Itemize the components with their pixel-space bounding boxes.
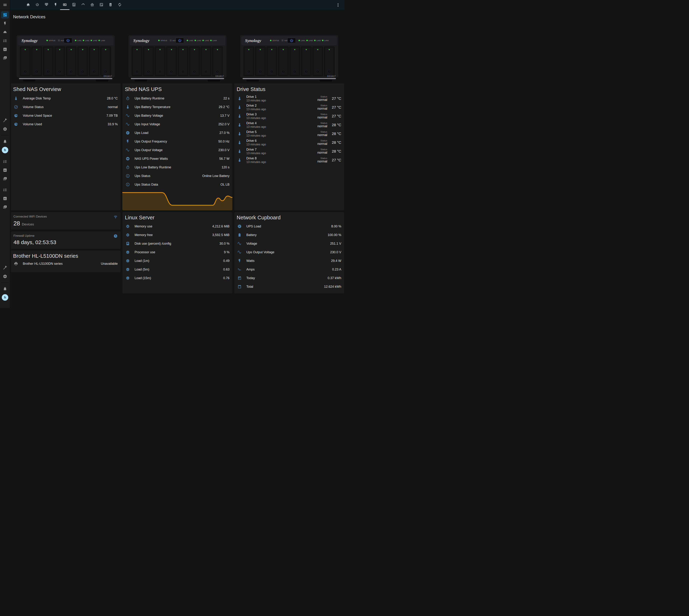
sidebar-item-view-dashboard[interactable]: [0, 10, 10, 19]
entity-row[interactable]: Ups Input Voltage252.0 V: [126, 120, 229, 129]
sidebar-item-tools[interactable]: [0, 116, 10, 125]
sidebar-item-flash[interactable]: [0, 19, 10, 28]
card-title: Brother HL-L5100DN series: [10, 250, 120, 259]
menu-button[interactable]: [0, 0, 10, 10]
harddisk-icon: [126, 241, 130, 246]
entity-row[interactable]: Ups Low Battery Runtime120 s: [126, 163, 229, 172]
entity-row[interactable]: Battery100.00 %: [237, 230, 341, 239]
tab-home-roof[interactable]: [79, 0, 88, 10]
entity-row[interactable]: UPS Load8.00 %: [237, 222, 341, 230]
drive-row[interactable]: Drive 313 minutes agoStatusnormal27 °C: [237, 112, 341, 120]
entity-row[interactable]: Watts29.4 W: [237, 257, 341, 265]
entity-row[interactable]: Disk use (percent) /config30.0 %: [126, 239, 229, 248]
tab-floor-plan[interactable]: [97, 0, 106, 10]
avatar[interactable]: h: [2, 147, 8, 153]
overflow-menu-button[interactable]: [336, 3, 340, 7]
column-1: SynologySTATUSALERTLAN1LAN2LAN3LAN4DS181…: [10, 23, 120, 293]
entity-row[interactable]: Ups Load27.0 %: [126, 129, 229, 137]
tab-home[interactable]: [23, 0, 32, 10]
tab-speaker[interactable]: [106, 0, 115, 10]
tools-icon: [1, 264, 9, 271]
sidebar-item-history-box[interactable]: [0, 194, 10, 203]
avatar[interactable]: h: [2, 294, 8, 301]
entity-row[interactable]: Average Disk Temp28.0 °C: [14, 94, 118, 103]
eye-circle-icon: [126, 156, 130, 161]
sidebar-item-media-play[interactable]: [0, 174, 10, 183]
tab-home-arrow-up[interactable]: [88, 0, 97, 10]
status-label: Status: [317, 131, 327, 133]
sidebar-item-bell[interactable]: [0, 285, 10, 293]
ups-history-graph[interactable]: [123, 190, 232, 211]
entity-row[interactable]: 64Processor use9 %: [126, 248, 229, 257]
check-circle-icon: [14, 105, 18, 109]
sidebar-avatar[interactable]: h: [0, 293, 10, 302]
entity-row[interactable]: Ups Battery Runtime22 s: [126, 94, 229, 103]
chip-icon: [126, 233, 130, 237]
nas-icon: [63, 3, 67, 7]
entity-rows: Ups Battery Runtime22 sUps Battery Tempe…: [123, 93, 232, 189]
entity-row[interactable]: Ups Output Voltage230.0 V: [126, 146, 229, 154]
entity-name: Ups Output Voltage: [246, 250, 328, 254]
drive-name: Drive 5: [246, 130, 257, 134]
drive-last-updated: 13 minutes ago: [246, 134, 317, 137]
entity-row[interactable]: NAS UPS Power Watts56.7 W: [126, 154, 229, 163]
entity-row[interactable]: Memory free3,592.5 MiB: [126, 230, 229, 239]
entity-row[interactable]: Today0.37 kWh: [237, 274, 341, 282]
entity-row[interactable]: 64Load (5m)0.63: [126, 265, 229, 274]
sidebar-item-logbook[interactable]: [0, 157, 10, 166]
sidebar-item-logbook[interactable]: [0, 37, 10, 45]
card-firewall-uptime[interactable]: Firewall Uptime 48 days, 02:53:53: [10, 232, 120, 249]
sidebar-item-history-box[interactable]: [0, 166, 10, 174]
entity-row[interactable]: 64Load (15m)0.76: [126, 274, 229, 282]
entity-row[interactable]: Ups Battery Temperature29.2 °C: [126, 103, 229, 111]
drive-row[interactable]: Drive 213 minutes agoStatusnormal27 °C: [237, 103, 341, 112]
sidebar-item-media-play[interactable]: [0, 203, 10, 212]
entity-row[interactable]: Ups Output Frequency50.0 Hz: [126, 137, 229, 146]
entity-value: 30.0 %: [219, 242, 229, 245]
sidebar-item-hard-hat[interactable]: [0, 28, 10, 37]
sidebar-item-logbook[interactable]: [0, 185, 10, 194]
tab-autorenew[interactable]: [115, 0, 124, 10]
entity-row[interactable]: Amps0.23 A: [237, 265, 341, 274]
entity-row[interactable]: Brother HL-L5100DN seriesUnavailable: [14, 259, 118, 268]
entity-row[interactable]: Ups Status DataOL LB: [126, 180, 229, 189]
entity-row[interactable]: Ups StatusOnline Low Battery: [126, 172, 229, 180]
card-wifi-devices[interactable]: Connected WiFi Devices 28 Devices: [10, 212, 120, 229]
drive-row[interactable]: Drive 513 minutes agoStatusnormal28 °C: [237, 129, 341, 138]
drive-row[interactable]: Drive 813 minutes agoStatusnormal27 °C: [237, 156, 341, 164]
entity-row[interactable]: Total12.624 kWh: [237, 282, 341, 291]
entity-row[interactable]: Ups Battery Voltage13.7 V: [126, 111, 229, 120]
drive-row[interactable]: Drive 713 minutes agoStatusnormal28 °C: [237, 147, 341, 156]
sidebar-item-cog[interactable]: [0, 125, 10, 133]
tab-nas[interactable]: [60, 0, 69, 10]
entity-row[interactable]: Volume Statusnormal: [14, 103, 118, 111]
tab-power[interactable]: [32, 0, 42, 10]
sidebar-item-media-play[interactable]: [0, 54, 10, 62]
sidebar-item-history-box[interactable]: [0, 45, 10, 54]
card-title: Linux Server: [123, 212, 232, 221]
status-value: normal: [317, 116, 327, 119]
drive-row[interactable]: Drive 613 minutes agoStatusnormal28 °C: [237, 138, 341, 147]
media-play-icon: [1, 54, 9, 62]
status-value: normal: [317, 159, 327, 163]
sidebar-item-bell[interactable]: [0, 137, 10, 146]
entity-row[interactable]: 64Load (1m)0.49: [126, 257, 229, 265]
entity-row[interactable]: Memory use4,212.6 MiB: [126, 222, 229, 230]
column-3: SynologySTATUSALERTLAN1LAN2LAN3LAN4DS181…: [234, 23, 344, 293]
entity-value: 251.1 V: [330, 242, 341, 245]
tab-flash[interactable]: [51, 0, 60, 10]
entity-row[interactable]: Volume Used Space7.09 TB: [14, 111, 118, 120]
sidebar-item-cog[interactable]: [0, 272, 10, 281]
entity-value: normal: [108, 105, 118, 109]
entity-row[interactable]: Volume Used33.9 %: [14, 120, 118, 129]
column-2: SynologySTATUSALERTLAN1LAN2LAN3LAN4DS181…: [123, 23, 232, 293]
entity-name: Processor use: [135, 250, 222, 254]
sidebar-avatar[interactable]: h: [0, 146, 10, 154]
drive-row[interactable]: Drive 413 minutes agoStatusnormal28 °C: [237, 120, 341, 129]
entity-row[interactable]: Ups Output Voltage230.0 V: [237, 248, 341, 257]
drive-row[interactable]: Drive 113 minutes agoStatusnormal27 °C: [237, 94, 341, 103]
sidebar-item-tools[interactable]: [0, 263, 10, 272]
tab-solar-panel[interactable]: [42, 0, 51, 10]
entity-row[interactable]: Voltage251.1 V: [237, 239, 341, 248]
tab-washing-machine[interactable]: [69, 0, 79, 10]
